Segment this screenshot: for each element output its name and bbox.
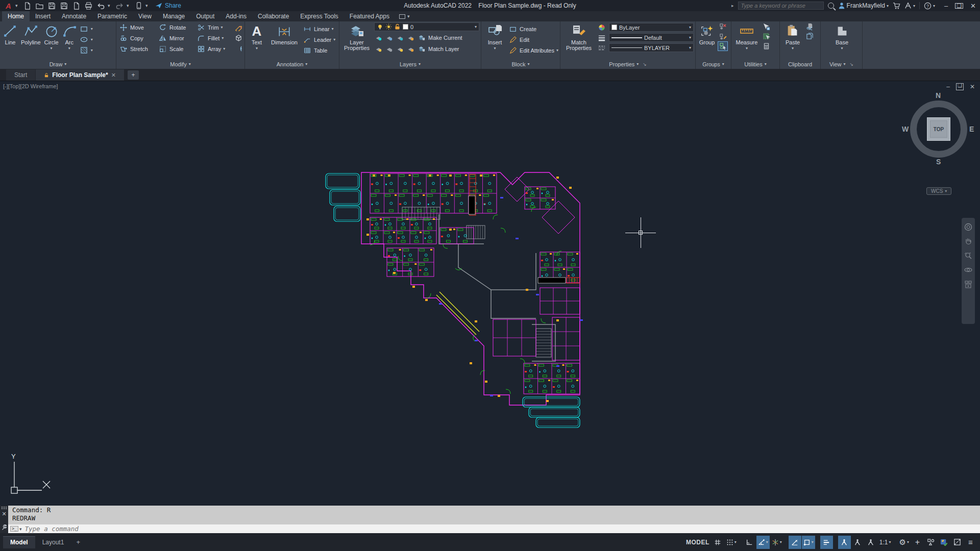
layer-unlock-button[interactable] [406, 44, 415, 53]
navigation-bar[interactable] [962, 218, 975, 324]
snap-toggle[interactable]: ▾ [725, 536, 738, 549]
trim-button[interactable]: Trim▾ [197, 22, 233, 32]
line-button[interactable]: Line [3, 22, 18, 46]
panel-label-properties[interactable]: Properties▾↘ [560, 60, 695, 69]
viewcube-north[interactable]: N [936, 91, 941, 99]
layer-unisolate-button[interactable] [385, 44, 394, 53]
ribbon-tab-collaborate[interactable]: Collaborate [252, 11, 295, 21]
viewcube[interactable]: N W E S TOP [908, 92, 969, 169]
lineweight-toggle[interactable] [820, 536, 833, 549]
linetype-dropdown[interactable]: BYLAYER▾ [609, 43, 694, 52]
edit-attributes-button[interactable]: Edit Attributes▾ [508, 45, 558, 55]
circle-button[interactable]: Circle ▾ [44, 22, 59, 51]
annotation-scale-icon[interactable] [865, 536, 877, 549]
ribbon-tab-parametric[interactable]: Parametric [92, 11, 133, 21]
orbit-icon[interactable] [964, 266, 972, 274]
print-icon[interactable] [83, 1, 94, 10]
hatch-button[interactable]: ▾ [80, 45, 93, 55]
search-input[interactable] [738, 2, 824, 10]
object-color-dropdown[interactable]: ByLayer▾ [609, 23, 694, 32]
zoom-extents-icon[interactable] [964, 252, 972, 260]
model-tab[interactable]: Model [3, 536, 35, 548]
layer-thaw-all-button[interactable] [396, 44, 405, 53]
panel-label-block[interactable]: Block▾ [481, 60, 560, 69]
rectangle-button[interactable]: ▾ [80, 24, 93, 34]
move-button[interactable]: Move [119, 22, 157, 32]
copy-clip-button[interactable] [805, 32, 814, 41]
annotation-monitor-button[interactable]: + [911, 536, 924, 549]
group-selection-toggle[interactable] [718, 42, 727, 51]
view-launcher-icon[interactable]: ↘ [850, 62, 854, 67]
leader-button[interactable]: Leader▾ [303, 35, 335, 44]
panel-label-layers[interactable]: Layers▾ [339, 60, 481, 69]
doc-restore-button[interactable]: ❏ [956, 83, 964, 90]
paste-button[interactable]: Paste ▾ [782, 22, 803, 51]
cut-button[interactable] [805, 22, 814, 31]
panel-label-modify[interactable]: Modify▾ [116, 60, 244, 69]
save-as-icon[interactable] [59, 1, 69, 10]
panel-label-groups[interactable]: Groups▾ [696, 60, 731, 69]
layer-dropdown[interactable]: 0 ▾ [374, 22, 479, 31]
layer-lock-button[interactable] [406, 33, 415, 42]
pan-icon[interactable] [964, 237, 972, 245]
ribbon-tab-addins[interactable]: Add-ins [220, 11, 252, 21]
viewcube-west[interactable]: W [902, 125, 909, 133]
match-properties-button[interactable]: Match Properties [563, 22, 595, 52]
undo-caret-icon[interactable]: ▾ [108, 3, 113, 8]
layer-off-button[interactable] [374, 33, 383, 42]
application-menu-caret-icon[interactable]: ▾ [15, 3, 20, 8]
wcs-menu[interactable]: WCS▾ [926, 187, 951, 195]
command-drag-grip[interactable] [2, 507, 7, 509]
new-drawing-tab-button[interactable]: + [128, 70, 139, 80]
copy-button[interactable]: Copy [119, 33, 157, 43]
command-prompt-icon[interactable]: >_▾ [10, 526, 22, 532]
command-input[interactable] [25, 525, 980, 533]
minimize-button[interactable]: – [944, 2, 948, 10]
help-button[interactable]: ▾ [924, 2, 935, 10]
ribbon-tab-output[interactable]: Output [190, 11, 220, 21]
close-button[interactable]: ✕ [970, 2, 976, 10]
measure-button[interactable]: Measure ▾ [734, 22, 760, 51]
ortho-toggle[interactable] [743, 536, 756, 549]
polar-tracking-toggle[interactable]: ▾ [756, 536, 770, 549]
group-button[interactable]: Group [697, 22, 717, 46]
redo-caret-icon[interactable]: ▾ [127, 3, 132, 8]
autodesk-apps-button[interactable]: ▾ [904, 2, 915, 9]
new-file-icon[interactable] [22, 1, 33, 10]
insert-block-button[interactable]: Insert ▾ [484, 22, 506, 51]
layer-on2-button[interactable] [374, 44, 383, 53]
sign-in-control[interactable]: FrankMayfield ▾ [838, 2, 889, 9]
qat-customize-caret-icon[interactable]: ▾ [145, 3, 151, 8]
ungroup-button[interactable] [718, 22, 727, 31]
lineweight-icon[interactable] [597, 33, 606, 42]
panel-label-utilities[interactable]: Utilities▾ [731, 60, 779, 69]
doc-close-button[interactable]: ✕ [970, 83, 975, 90]
annotation-visibility-toggle[interactable] [838, 536, 851, 549]
quick-calculator-button[interactable] [762, 42, 771, 51]
panel-label-draw[interactable]: Draw▾ [0, 60, 116, 69]
create-block-button[interactable]: Create [508, 24, 558, 34]
autoscale-toggle[interactable] [851, 536, 864, 549]
viewcube-south[interactable]: S [936, 158, 941, 166]
plot-icon[interactable] [71, 1, 82, 10]
open-file-icon[interactable] [34, 1, 45, 10]
ribbon-tab-annotate[interactable]: Annotate [56, 11, 92, 21]
layer-isolate-button[interactable] [385, 33, 394, 42]
explode-button[interactable] [234, 33, 243, 43]
select-region-button[interactable] [762, 32, 771, 41]
arc-button[interactable]: Arc ▾ [62, 22, 77, 51]
isolate-objects-button[interactable] [924, 536, 937, 549]
app-store-button[interactable] [893, 2, 900, 10]
viewport-controls[interactable]: [-][Top][2D Wireframe] [3, 83, 58, 89]
layer-freeze-button[interactable] [396, 33, 405, 42]
erase-button[interactable] [234, 22, 243, 32]
panel-label-clipboard[interactable]: Clipboard [780, 60, 820, 69]
quick-select-button[interactable] [762, 22, 771, 31]
doc-minimize-button[interactable]: – [946, 83, 950, 90]
ribbon-tab-home[interactable]: Home [2, 11, 30, 21]
undo-icon[interactable] [95, 1, 106, 10]
make-current-button[interactable]: Make Current [417, 33, 462, 42]
viewcube-top-face[interactable]: TOP [927, 117, 950, 141]
ribbon-tab-insert[interactable]: Insert [30, 11, 56, 21]
navigation-wheel-icon[interactable] [964, 223, 972, 231]
